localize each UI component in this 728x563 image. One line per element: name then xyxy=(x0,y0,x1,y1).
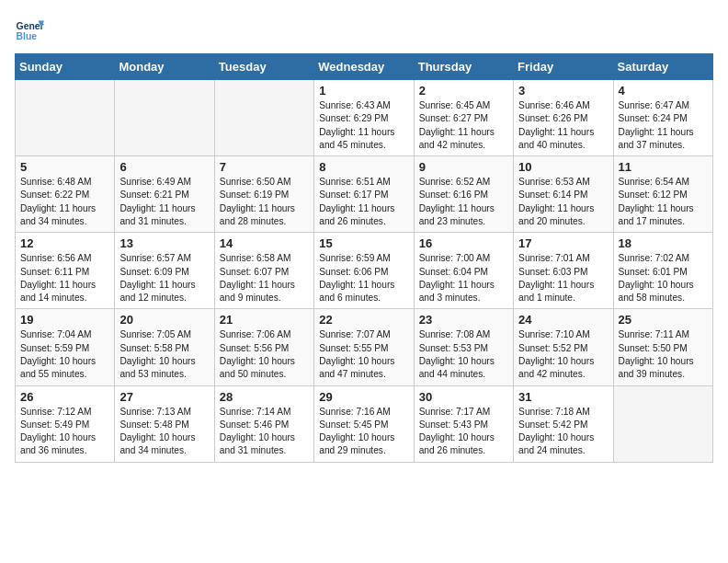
day-number: 20 xyxy=(119,313,209,327)
day-number: 19 xyxy=(20,313,109,327)
day-number: 11 xyxy=(619,160,708,174)
cell-content: Sunrise: 6:59 AM Sunset: 6:06 PM Dayligh… xyxy=(319,252,408,304)
cell-content: Sunrise: 7:11 AM Sunset: 5:50 PM Dayligh… xyxy=(619,328,708,381)
cell-content: Sunrise: 6:48 AM Sunset: 6:22 PM Dayligh… xyxy=(20,176,109,228)
calendar-table: SundayMondayTuesdayWednesdayThursdayFrid… xyxy=(15,53,713,463)
day-number: 26 xyxy=(20,390,109,404)
cell-content: Sunrise: 6:45 AM Sunset: 6:27 PM Dayligh… xyxy=(419,99,508,152)
calendar-cell: 12Sunrise: 6:56 AM Sunset: 6:11 PM Dayli… xyxy=(16,233,115,309)
day-number: 29 xyxy=(319,390,408,404)
cell-content: Sunrise: 7:04 AM Sunset: 5:59 PM Dayligh… xyxy=(20,328,109,381)
cell-content: Sunrise: 7:01 AM Sunset: 6:03 PM Dayligh… xyxy=(518,252,608,304)
calendar-cell: 6Sunrise: 6:49 AM Sunset: 6:21 PM Daylig… xyxy=(115,156,214,233)
calendar-cell: 30Sunrise: 7:17 AM Sunset: 5:43 PM Dayli… xyxy=(414,385,513,462)
cell-content: Sunrise: 6:52 AM Sunset: 6:16 PM Dayligh… xyxy=(419,176,508,228)
cell-content: Sunrise: 7:13 AM Sunset: 5:48 PM Dayligh… xyxy=(119,406,209,458)
calendar-cell xyxy=(214,80,313,156)
cell-content: Sunrise: 7:14 AM Sunset: 5:46 PM Dayligh… xyxy=(220,406,309,458)
day-number: 9 xyxy=(419,160,508,174)
cell-content: Sunrise: 6:57 AM Sunset: 6:09 PM Dayligh… xyxy=(119,252,209,304)
cell-content: Sunrise: 6:43 AM Sunset: 6:29 PM Dayligh… xyxy=(319,99,408,152)
day-number: 31 xyxy=(518,390,608,404)
cell-content: Sunrise: 6:53 AM Sunset: 6:14 PM Dayligh… xyxy=(518,176,608,228)
day-number: 22 xyxy=(319,313,408,327)
cell-content: Sunrise: 6:49 AM Sunset: 6:21 PM Dayligh… xyxy=(119,176,209,228)
cell-content: Sunrise: 7:12 AM Sunset: 5:49 PM Dayligh… xyxy=(20,406,109,458)
cell-content: Sunrise: 6:54 AM Sunset: 6:12 PM Dayligh… xyxy=(619,176,708,228)
calendar-cell: 24Sunrise: 7:10 AM Sunset: 5:52 PM Dayli… xyxy=(514,309,613,385)
day-number: 1 xyxy=(319,84,408,98)
calendar-cell: 26Sunrise: 7:12 AM Sunset: 5:49 PM Dayli… xyxy=(16,385,115,462)
calendar-week-5: 26Sunrise: 7:12 AM Sunset: 5:49 PM Dayli… xyxy=(16,385,713,462)
cell-content: Sunrise: 7:10 AM Sunset: 5:52 PM Dayligh… xyxy=(518,328,608,381)
calendar-week-3: 12Sunrise: 6:56 AM Sunset: 6:11 PM Dayli… xyxy=(16,233,713,309)
cell-content: Sunrise: 6:56 AM Sunset: 6:11 PM Dayligh… xyxy=(20,252,109,304)
day-number: 30 xyxy=(419,390,508,404)
day-number: 3 xyxy=(518,84,608,98)
cell-content: Sunrise: 7:06 AM Sunset: 5:56 PM Dayligh… xyxy=(220,328,309,381)
calendar-cell: 29Sunrise: 7:16 AM Sunset: 5:45 PM Dayli… xyxy=(314,385,414,462)
calendar-cell xyxy=(613,385,712,462)
cell-content: Sunrise: 7:02 AM Sunset: 6:01 PM Dayligh… xyxy=(619,252,708,304)
day-number: 14 xyxy=(220,236,309,250)
logo-icon: General Blue xyxy=(15,15,44,44)
calendar-week-4: 19Sunrise: 7:04 AM Sunset: 5:59 PM Dayli… xyxy=(16,309,713,385)
calendar-week-1: 1Sunrise: 6:43 AM Sunset: 6:29 PM Daylig… xyxy=(16,80,713,156)
day-number: 18 xyxy=(619,236,708,250)
day-number: 17 xyxy=(518,236,608,250)
calendar-header-sunday: Sunday xyxy=(16,54,115,80)
calendar-cell: 18Sunrise: 7:02 AM Sunset: 6:01 PM Dayli… xyxy=(613,233,712,309)
day-number: 24 xyxy=(518,313,608,327)
calendar-cell: 3Sunrise: 6:46 AM Sunset: 6:26 PM Daylig… xyxy=(514,80,613,156)
calendar-cell: 16Sunrise: 7:00 AM Sunset: 6:04 PM Dayli… xyxy=(414,233,513,309)
calendar-cell: 1Sunrise: 6:43 AM Sunset: 6:29 PM Daylig… xyxy=(314,80,414,156)
calendar-header-thursday: Thursday xyxy=(414,54,513,80)
day-number: 25 xyxy=(619,313,708,327)
day-number: 4 xyxy=(619,84,708,98)
day-number: 27 xyxy=(119,390,209,404)
cell-content: Sunrise: 7:18 AM Sunset: 5:42 PM Dayligh… xyxy=(518,406,608,458)
calendar-cell: 11Sunrise: 6:54 AM Sunset: 6:12 PM Dayli… xyxy=(613,156,712,233)
calendar-header-row: SundayMondayTuesdayWednesdayThursdayFrid… xyxy=(16,54,713,80)
calendar-cell: 10Sunrise: 6:53 AM Sunset: 6:14 PM Dayli… xyxy=(514,156,613,233)
day-number: 21 xyxy=(220,313,309,327)
day-number: 10 xyxy=(518,160,608,174)
calendar-cell: 17Sunrise: 7:01 AM Sunset: 6:03 PM Dayli… xyxy=(514,233,613,309)
cell-content: Sunrise: 7:05 AM Sunset: 5:58 PM Dayligh… xyxy=(119,328,209,381)
calendar-cell: 5Sunrise: 6:48 AM Sunset: 6:22 PM Daylig… xyxy=(16,156,115,233)
day-number: 28 xyxy=(220,390,309,404)
calendar-cell: 15Sunrise: 6:59 AM Sunset: 6:06 PM Dayli… xyxy=(314,233,414,309)
cell-content: Sunrise: 7:00 AM Sunset: 6:04 PM Dayligh… xyxy=(419,252,508,304)
calendar-cell: 25Sunrise: 7:11 AM Sunset: 5:50 PM Dayli… xyxy=(613,309,712,385)
day-number: 2 xyxy=(419,84,508,98)
calendar-cell: 28Sunrise: 7:14 AM Sunset: 5:46 PM Dayli… xyxy=(214,385,313,462)
cell-content: Sunrise: 7:16 AM Sunset: 5:45 PM Dayligh… xyxy=(319,406,408,458)
cell-content: Sunrise: 6:47 AM Sunset: 6:24 PM Dayligh… xyxy=(619,99,708,152)
svg-text:Blue: Blue xyxy=(17,31,38,41)
calendar-header-saturday: Saturday xyxy=(613,54,712,80)
day-number: 8 xyxy=(319,160,408,174)
cell-content: Sunrise: 6:51 AM Sunset: 6:17 PM Dayligh… xyxy=(319,176,408,228)
day-number: 13 xyxy=(119,236,209,250)
calendar-cell: 14Sunrise: 6:58 AM Sunset: 6:07 PM Dayli… xyxy=(214,233,313,309)
day-number: 7 xyxy=(220,160,309,174)
cell-content: Sunrise: 6:58 AM Sunset: 6:07 PM Dayligh… xyxy=(220,252,309,304)
calendar-header-tuesday: Tuesday xyxy=(214,54,313,80)
calendar-cell xyxy=(16,80,115,156)
day-number: 15 xyxy=(319,236,408,250)
calendar-cell: 9Sunrise: 6:52 AM Sunset: 6:16 PM Daylig… xyxy=(414,156,513,233)
page-header: General Blue xyxy=(15,15,713,44)
calendar-cell: 27Sunrise: 7:13 AM Sunset: 5:48 PM Dayli… xyxy=(115,385,214,462)
calendar-header-monday: Monday xyxy=(115,54,214,80)
cell-content: Sunrise: 7:17 AM Sunset: 5:43 PM Dayligh… xyxy=(419,406,508,458)
cell-content: Sunrise: 6:50 AM Sunset: 6:19 PM Dayligh… xyxy=(220,176,309,228)
calendar-cell: 23Sunrise: 7:08 AM Sunset: 5:53 PM Dayli… xyxy=(414,309,513,385)
calendar-cell: 7Sunrise: 6:50 AM Sunset: 6:19 PM Daylig… xyxy=(214,156,313,233)
day-number: 6 xyxy=(119,160,209,174)
calendar-cell: 4Sunrise: 6:47 AM Sunset: 6:24 PM Daylig… xyxy=(613,80,712,156)
cell-content: Sunrise: 6:46 AM Sunset: 6:26 PM Dayligh… xyxy=(518,99,608,152)
calendar-cell: 13Sunrise: 6:57 AM Sunset: 6:09 PM Dayli… xyxy=(115,233,214,309)
cell-content: Sunrise: 7:08 AM Sunset: 5:53 PM Dayligh… xyxy=(419,328,508,381)
calendar-cell: 31Sunrise: 7:18 AM Sunset: 5:42 PM Dayli… xyxy=(514,385,613,462)
calendar-cell: 8Sunrise: 6:51 AM Sunset: 6:17 PM Daylig… xyxy=(314,156,414,233)
